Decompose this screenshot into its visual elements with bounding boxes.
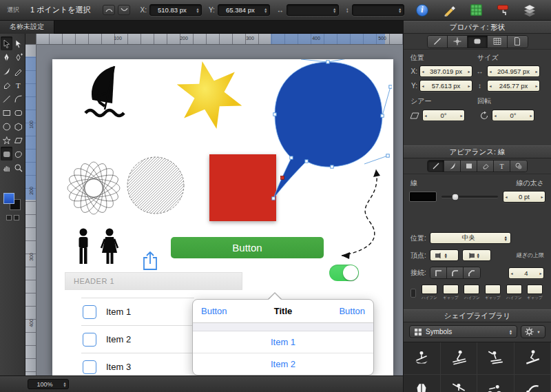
shape-tool[interactable] [1, 147, 12, 161]
stepper-decrement-icon[interactable]: ◂ [420, 69, 426, 74]
slider-thumb[interactable] [451, 193, 459, 200]
stepper-decrement-icon[interactable]: ◂ [492, 113, 498, 118]
fill-color-well[interactable] [3, 193, 14, 204]
blob-tool[interactable] [12, 147, 24, 161]
select-tool[interactable] [1, 37, 12, 50]
stroke-width-stepper[interactable]: ◂0 pt▸ [503, 191, 545, 203]
direct-select-tool[interactable] [12, 37, 24, 50]
share-icon-shape[interactable] [141, 250, 159, 271]
star-shape[interactable] [174, 59, 245, 131]
stepper-decrement-icon[interactable]: ◂ [488, 69, 493, 74]
man-woman-shape[interactable] [74, 227, 123, 270]
brush-tool[interactable] [1, 64, 12, 78]
appearance-tab-eraser[interactable] [477, 161, 494, 172]
stepper-increment-icon[interactable]: ▸ [459, 113, 464, 118]
default-colors-icon[interactable] [0, 215, 25, 220]
x-coordinate-stepper[interactable]: 510.83 px▲▼ [149, 4, 202, 16]
appearance-tab-brush[interactable] [444, 161, 461, 172]
pencil-tool[interactable] [12, 64, 24, 78]
miter-limit-stepper[interactable]: ◂4▸ [508, 267, 544, 279]
tab-grid[interactable] [488, 36, 508, 48]
stepper-arrows-icon[interactable]: ▲▼ [262, 8, 269, 13]
stepper-arrows-icon[interactable]: ▲▼ [331, 8, 338, 13]
document-page[interactable]: Button HEADER 1 Item 1 Item 2 Item 3 But… [52, 59, 393, 375]
stroke-align-dropdown[interactable]: 中央▲▼ [430, 232, 511, 244]
symbol-diving-icon[interactable] [514, 375, 551, 392]
windsurfer-shape[interactable] [77, 64, 136, 123]
polygon-tool[interactable] [12, 119, 24, 133]
join-round-button[interactable] [447, 267, 464, 278]
toggle-switch-shape[interactable] [329, 265, 359, 281]
spirograph-shape[interactable] [65, 159, 123, 217]
table-list-shape[interactable]: Item 1 Item 2 Item 3 [81, 298, 194, 375]
height-stepper[interactable]: ▲▼ [352, 4, 404, 16]
stepper-increment-icon[interactable]: ▸ [534, 69, 539, 74]
arc-tool[interactable] [12, 92, 24, 105]
stepper-decrement-icon[interactable]: ◂ [423, 113, 428, 118]
gap-field[interactable] [443, 285, 459, 294]
stepper-decrement-icon[interactable]: ◂ [503, 194, 509, 199]
header-bar-shape[interactable]: HEADER 1 [65, 272, 242, 290]
stepper-arrows-icon[interactable]: ▲▼ [61, 382, 68, 387]
checkbox-icon[interactable] [83, 360, 96, 374]
stepper-decrement-icon[interactable]: ◂ [509, 271, 514, 276]
popover-item[interactable]: Item 2 [193, 353, 373, 375]
shape-height-stepper[interactable]: ◂245.77 px▸ [487, 80, 540, 92]
tab-document[interactable] [508, 36, 528, 48]
appearance-tab-stroke[interactable] [428, 161, 444, 172]
canvas-area[interactable]: 100 200 300 400 500 100 200 300 400 [25, 34, 403, 375]
transform-icon-1[interactable] [103, 5, 115, 15]
symbol-surfing-icon[interactable] [514, 342, 551, 375]
pencil-button[interactable] [441, 3, 457, 18]
parallelogram-tool[interactable] [12, 133, 24, 147]
list-item[interactable]: Item 1 [81, 298, 194, 326]
stepper-increment-icon[interactable]: ▸ [534, 83, 539, 88]
list-item[interactable]: Item 3 [81, 353, 194, 375]
shape-x-stepper[interactable]: ◂387.019 px▸ [419, 65, 472, 77]
stepper-decrement-icon[interactable]: ◂ [488, 83, 493, 88]
layers-button[interactable] [522, 3, 537, 18]
appearance-tab-shadow[interactable] [510, 161, 527, 172]
library-settings-button[interactable]: ▼ [521, 325, 545, 338]
stepper-arrows-icon[interactable]: ▲▼ [194, 8, 201, 13]
checkbox-icon[interactable] [83, 305, 96, 319]
rounded-rectangle-tool[interactable] [12, 105, 24, 119]
join-bevel-button[interactable] [464, 267, 480, 278]
shape-y-stepper[interactable]: ◂57.613 px▸ [419, 80, 472, 92]
shear-stepper[interactable]: ◂0°▸ [422, 110, 465, 121]
popover-shape[interactable]: Button Title Button Item 1 Item 2 [192, 292, 374, 375]
stepper-increment-icon[interactable]: ▸ [539, 194, 545, 199]
tab-transform[interactable] [448, 36, 468, 48]
eraser-tool[interactable] [1, 78, 12, 92]
text-tool[interactable]: T [12, 78, 24, 92]
stroke-width-slider[interactable] [441, 196, 498, 198]
stroke-color-swatch[interactable] [409, 192, 437, 202]
stepper-decrement-icon[interactable]: ◂ [420, 83, 426, 88]
symbol-water-skiing-icon[interactable] [477, 342, 514, 375]
grid-button[interactable] [468, 3, 484, 18]
stepper-increment-icon[interactable]: ▸ [538, 271, 543, 276]
stepper-increment-icon[interactable]: ▸ [466, 83, 472, 88]
hatched-circle-shape[interactable] [125, 154, 187, 216]
dash-enable-checkbox[interactable] [410, 289, 416, 298]
canvas-viewport[interactable]: Button HEADER 1 Item 1 Item 2 Item 3 But… [37, 45, 403, 375]
transform-icon-2[interactable] [118, 5, 130, 15]
sample-button-shape[interactable]: Button [171, 237, 324, 258]
info-button[interactable]: i [415, 3, 430, 18]
pen-tool[interactable] [1, 50, 12, 64]
y-coordinate-stepper[interactable]: 65.384 px▲▼ [218, 4, 270, 16]
ellipse-tool[interactable] [1, 119, 12, 133]
stepper-increment-icon[interactable]: ▸ [528, 113, 534, 118]
appearance-tab-text[interactable]: T [494, 161, 510, 172]
gap-field[interactable] [527, 285, 543, 294]
line-tool[interactable] [1, 92, 12, 105]
popover-right-button[interactable]: Button [329, 306, 365, 316]
list-item[interactable]: Item 2 [81, 326, 194, 353]
gap-field[interactable] [485, 285, 501, 294]
zoom-tool[interactable] [12, 161, 24, 174]
cap-start-dropdown[interactable]: ▲▼ [430, 249, 459, 261]
zoom-stepper[interactable]: 100%▲▼ [28, 379, 69, 389]
paint-roller-button[interactable] [495, 3, 510, 18]
symbol-life-vest-icon[interactable] [404, 375, 441, 392]
popover-left-button[interactable]: Button [201, 306, 237, 316]
